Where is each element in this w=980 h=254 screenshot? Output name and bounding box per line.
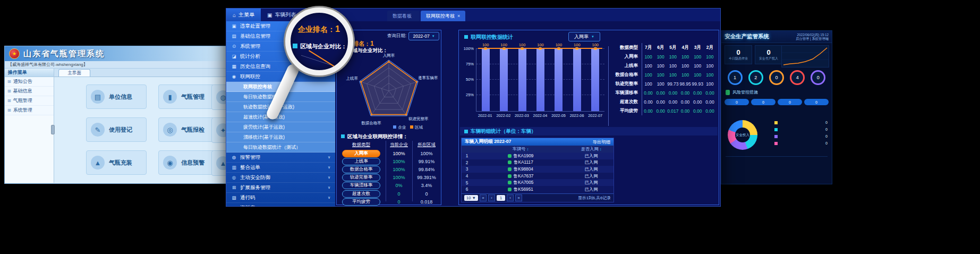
truck-icon: ▣ (267, 12, 272, 18)
bar-column[interactable]: 100 (573, 48, 581, 111)
sidebar-menu-item[interactable]: ◎ 主动安全防御 ∨ (226, 173, 335, 183)
metric-pill-button[interactable]: 入网率 (342, 150, 380, 157)
network-status: 已入网 (569, 173, 613, 179)
sidebar-item[interactable]: ⊞ 基础信息 (5, 87, 54, 96)
sidebar-menu-item[interactable]: ◍ 报警管理 ∨ (226, 153, 335, 163)
menu-item-icon: ◫ (231, 205, 237, 206)
action-pill-button[interactable]: 0 (751, 99, 776, 105)
sidebar-menu-item[interactable]: ◫ 资料库 ∨ (226, 203, 335, 206)
plate-cell: 鲁K56951 (472, 187, 569, 192)
bar-column[interactable]: 100 (518, 48, 526, 111)
sidebar-item[interactable]: ⊞ 系统管理 (5, 106, 54, 115)
chevron-down-icon: ▼ (472, 196, 475, 200)
action-pill-button[interactable]: 0 (725, 99, 749, 105)
vehicle-row[interactable]: 3 鲁K98804 已入网 (462, 166, 613, 173)
shortcut-button[interactable]: ✎ 使用登记 (86, 117, 147, 142)
status-column-header[interactable]: 是否入网 ↕ (569, 146, 613, 152)
bar-value-label: 100 (500, 43, 507, 47)
sidebar-item[interactable]: ⊞ 气瓶管理 (5, 96, 54, 106)
metric-pill-button[interactable]: 平均疲劳 (342, 198, 380, 206)
shortcut-button[interactable]: ▤ 单位信息 (86, 84, 147, 109)
vehicle-row[interactable]: 2 鲁KA1117 已入网 (462, 159, 613, 166)
metric-pill-button[interactable]: 数据合格率 (342, 166, 380, 173)
action-pills: 0000 (725, 99, 829, 105)
expand-icon[interactable]: ⊞ (7, 89, 11, 94)
admin-label[interactable]: 后台管理 (796, 37, 809, 40)
query-date-select[interactable]: 2022-07 ▼ (408, 32, 439, 40)
col-current-enterprise: 当前企业 (386, 142, 412, 148)
last-page-button[interactable]: » (515, 194, 522, 201)
radar-axis-label: 轨迹完整率 (408, 116, 429, 121)
dashboard-tab[interactable]: 联网联控考核 × (421, 11, 465, 21)
sidebar-menu-item[interactable]: 超速统计(基于运政) (226, 112, 335, 122)
menu-item-label: 疲劳统计(基于运政) (243, 124, 330, 131)
sidebar-menu-item[interactable]: ▨ 通行码 ∨ (226, 193, 335, 203)
metric-pill-button[interactable]: 上线率 (342, 158, 380, 165)
monthly-value: 100 (642, 54, 654, 60)
x-tick-label: 2022-05 (551, 113, 566, 118)
expand-icon[interactable]: ⊞ (7, 108, 11, 113)
monthly-value: 99.73 (667, 81, 679, 87)
tab-main[interactable]: 主界面 (58, 69, 90, 77)
x-tick-label: 2022-03 (515, 113, 529, 118)
pagination-info: 显示1到6,共6记录 (578, 195, 611, 201)
region-value: 100% (412, 151, 441, 156)
vehicle-table: 车辆入网明细 2022-07 导出明细 车牌号 ↕ 是否入网 ↕ 1 鲁KA19… (461, 138, 614, 202)
tab-label: 数据看板 (393, 13, 412, 20)
metric-pill-button[interactable]: 超速次数 (342, 190, 380, 198)
page-number-input[interactable]: 1 (497, 195, 505, 201)
shortcut-button[interactable]: ▲ 气瓶充装 (86, 150, 147, 175)
metric-pill-button[interactable]: 车辆漂移率 (342, 182, 380, 189)
region-value: 99.91% (412, 159, 441, 164)
sidebar-item-label: 系统管理 (13, 107, 32, 114)
sidebar-menu-item[interactable]: 每日轨迹数据统计（测试） (226, 142, 335, 153)
vehicle-row[interactable]: 1 鲁KA1909 已入网 (462, 153, 613, 159)
datetime-label: 2022/06/02(四) 15:12 (797, 33, 829, 37)
network-status: 已入网 (569, 180, 613, 185)
main-menu-button[interactable]: ⌂ 主菜单 (226, 9, 261, 21)
close-icon[interactable]: × (457, 13, 460, 19)
shortcut-button[interactable]: ◎ 气瓶报检 (158, 117, 219, 142)
col-region: 所在区域 (412, 142, 441, 148)
sidebar-menu-item[interactable]: 疲劳统计(基于运政) (226, 122, 335, 132)
sidebar-menu-item[interactable]: 漂移统计(基于运政) (226, 132, 335, 142)
expand-icon[interactable]: ⊞ (7, 98, 11, 103)
page-size-select[interactable]: 10▼ (464, 195, 478, 201)
bar-column[interactable]: 100 (482, 48, 490, 111)
monthly-value: 0.00 (679, 99, 691, 105)
dashboard-tab[interactable]: 数据看板 (387, 11, 420, 21)
splitter-handle[interactable] (51, 125, 55, 134)
bar-column[interactable]: 100 (500, 48, 508, 111)
bar-column[interactable]: 100 (536, 48, 544, 111)
bullet-square-icon (464, 35, 468, 39)
shortcut-button[interactable]: ▮ 气瓶管理 (158, 84, 219, 109)
sidebar-menu-item[interactable]: ▥ 整合运单 ∨ (226, 163, 335, 173)
trend-line-chart (781, 45, 829, 67)
current-enterprise-value: 100% (386, 167, 412, 172)
vehicle-section-title: 车辆明细统计（单位：车辆） (460, 127, 718, 136)
sidebar-item[interactable]: ⊞ 通知公告 (5, 77, 54, 87)
metric-dropdown[interactable]: 入网率 ▼ (568, 32, 600, 41)
metric-pill-button[interactable]: 轨迹完整率 (342, 174, 380, 181)
legend-row: 0 (774, 133, 828, 140)
shortcut-button[interactable]: ◉ 信息预警 (158, 150, 219, 175)
monthly-metric-label: 平均疲劳 (610, 106, 642, 115)
next-page-button[interactable]: › (507, 194, 514, 201)
vehicle-row[interactable]: 5 鲁KA7005 已入网 (462, 179, 613, 186)
detail-row: 车辆漂移率 0% 3.4% (337, 182, 441, 190)
sidebar-item-label: 气瓶管理 (13, 97, 32, 104)
plate-column-header[interactable]: 车牌号 ↕ (472, 146, 569, 152)
monthly-value: 100 (704, 63, 716, 69)
first-page-button[interactable]: « (480, 194, 487, 201)
sidebar-menu-item[interactable]: ⊞ 扩展服务管理 ∨ (226, 183, 335, 193)
export-button[interactable]: 导出明细 (593, 139, 610, 145)
action-pill-button[interactable]: 0 (778, 99, 802, 105)
expand-icon[interactable]: ⊞ (7, 79, 11, 84)
action-pill-button[interactable]: 0 (804, 99, 829, 105)
vehicle-row[interactable]: 4 鲁KA7637 已入网 (462, 173, 613, 180)
prev-page-button[interactable]: ‹ (488, 194, 495, 201)
bar-column[interactable]: 100 (555, 48, 563, 111)
vehicle-row[interactable]: 6 鲁K56951 已入网 (462, 186, 613, 193)
bar-column[interactable]: 100 (591, 48, 599, 111)
x-tick-label: 2022-06 (570, 113, 584, 118)
